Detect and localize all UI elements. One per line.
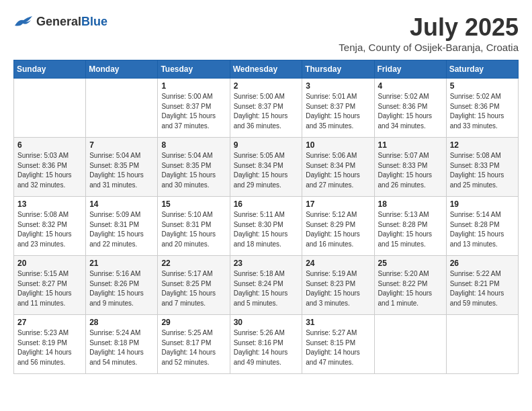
- calendar-cell: 5Sunrise: 5:02 AM Sunset: 8:36 PM Daylig…: [446, 79, 518, 138]
- day-info: Sunrise: 5:08 AM Sunset: 8:32 PM Dayligh…: [17, 210, 82, 249]
- day-info: Sunrise: 5:11 AM Sunset: 8:30 PM Dayligh…: [234, 210, 299, 249]
- day-info: Sunrise: 5:27 AM Sunset: 8:15 PM Dayligh…: [306, 328, 370, 367]
- day-number: 1: [161, 81, 226, 91]
- calendar-cell: 14Sunrise: 5:09 AM Sunset: 8:31 PM Dayli…: [86, 197, 158, 256]
- day-info: Sunrise: 5:04 AM Sunset: 8:35 PM Dayligh…: [89, 151, 154, 190]
- day-number: 24: [306, 259, 370, 268]
- day-info: Sunrise: 5:26 AM Sunset: 8:16 PM Dayligh…: [234, 328, 299, 367]
- calendar-cell: 6Sunrise: 5:03 AM Sunset: 8:36 PM Daylig…: [14, 138, 86, 197]
- calendar-cell: 30Sunrise: 5:26 AM Sunset: 8:16 PM Dayli…: [230, 315, 302, 374]
- day-info: Sunrise: 5:05 AM Sunset: 8:34 PM Dayligh…: [234, 151, 299, 190]
- calendar-cell: 9Sunrise: 5:05 AM Sunset: 8:34 PM Daylig…: [230, 138, 302, 197]
- calendar-cell: 10Sunrise: 5:06 AM Sunset: 8:34 PM Dayli…: [302, 138, 374, 197]
- calendar-cell: [374, 315, 446, 374]
- logo: GeneralBlue: [13, 13, 107, 30]
- day-header-saturday: Saturday: [446, 60, 518, 79]
- calendar-cell: 1Sunrise: 5:00 AM Sunset: 8:37 PM Daylig…: [158, 79, 230, 138]
- day-number: 10: [306, 140, 370, 150]
- day-number: 15: [161, 199, 226, 209]
- day-number: 29: [161, 318, 226, 327]
- calendar-cell: 13Sunrise: 5:08 AM Sunset: 8:32 PM Dayli…: [14, 197, 86, 256]
- day-info: Sunrise: 5:00 AM Sunset: 8:37 PM Dayligh…: [234, 92, 299, 131]
- calendar-cell: [446, 315, 518, 374]
- day-number: 8: [161, 140, 226, 150]
- day-info: Sunrise: 5:06 AM Sunset: 8:34 PM Dayligh…: [306, 151, 370, 190]
- day-number: 11: [378, 140, 443, 150]
- calendar-week-row: 6Sunrise: 5:03 AM Sunset: 8:36 PM Daylig…: [14, 138, 519, 197]
- day-number: 21: [89, 259, 154, 268]
- day-number: 3: [306, 81, 370, 91]
- day-number: 2: [234, 81, 299, 91]
- day-header-monday: Monday: [86, 60, 158, 79]
- calendar-header-row: SundayMondayTuesdayWednesdayThursdayFrid…: [14, 60, 519, 79]
- day-info: Sunrise: 5:25 AM Sunset: 8:17 PM Dayligh…: [161, 328, 226, 367]
- day-number: 18: [378, 199, 443, 209]
- location-subtitle: Tenja, County of Osijek-Baranja, Croatia: [339, 42, 519, 53]
- day-info: Sunrise: 5:16 AM Sunset: 8:26 PM Dayligh…: [89, 269, 154, 308]
- day-info: Sunrise: 5:09 AM Sunset: 8:31 PM Dayligh…: [89, 210, 154, 249]
- calendar-cell: 29Sunrise: 5:25 AM Sunset: 8:17 PM Dayli…: [158, 315, 230, 374]
- calendar-cell: 28Sunrise: 5:24 AM Sunset: 8:18 PM Dayli…: [86, 315, 158, 374]
- day-number: 6: [17, 140, 82, 150]
- logo-general-text: General: [36, 15, 81, 28]
- calendar-cell: [14, 79, 86, 138]
- logo-blue-text: Blue: [81, 15, 107, 28]
- day-info: Sunrise: 5:20 AM Sunset: 8:22 PM Dayligh…: [378, 269, 443, 308]
- day-number: 9: [234, 140, 299, 150]
- calendar-cell: 27Sunrise: 5:23 AM Sunset: 8:19 PM Dayli…: [14, 315, 86, 374]
- day-info: Sunrise: 5:19 AM Sunset: 8:23 PM Dayligh…: [306, 269, 370, 308]
- day-header-friday: Friday: [374, 60, 446, 79]
- day-info: Sunrise: 5:24 AM Sunset: 8:18 PM Dayligh…: [89, 328, 154, 367]
- day-number: 5: [450, 81, 515, 91]
- day-info: Sunrise: 5:02 AM Sunset: 8:36 PM Dayligh…: [378, 92, 443, 131]
- title-area: July 2025 Tenja, County of Osijek-Baranj…: [339, 13, 519, 53]
- day-info: Sunrise: 5:00 AM Sunset: 8:37 PM Dayligh…: [161, 92, 226, 131]
- calendar-cell: 4Sunrise: 5:02 AM Sunset: 8:36 PM Daylig…: [374, 79, 446, 138]
- calendar-cell: [86, 79, 158, 138]
- day-number: 12: [450, 140, 515, 150]
- day-number: 19: [450, 199, 515, 209]
- day-number: 4: [378, 81, 443, 91]
- calendar-cell: 3Sunrise: 5:01 AM Sunset: 8:37 PM Daylig…: [302, 79, 374, 138]
- calendar-cell: 23Sunrise: 5:18 AM Sunset: 8:24 PM Dayli…: [230, 256, 302, 315]
- calendar-cell: 26Sunrise: 5:22 AM Sunset: 8:21 PM Dayli…: [446, 256, 518, 315]
- day-number: 20: [17, 259, 82, 268]
- calendar-cell: 12Sunrise: 5:08 AM Sunset: 8:33 PM Dayli…: [446, 138, 518, 197]
- day-info: Sunrise: 5:02 AM Sunset: 8:36 PM Dayligh…: [450, 92, 515, 131]
- day-header-tuesday: Tuesday: [158, 60, 230, 79]
- day-info: Sunrise: 5:15 AM Sunset: 8:27 PM Dayligh…: [17, 269, 82, 308]
- day-info: Sunrise: 5:18 AM Sunset: 8:24 PM Dayligh…: [234, 269, 299, 308]
- calendar-cell: 24Sunrise: 5:19 AM Sunset: 8:23 PM Dayli…: [302, 256, 374, 315]
- calendar-cell: 7Sunrise: 5:04 AM Sunset: 8:35 PM Daylig…: [86, 138, 158, 197]
- day-header-thursday: Thursday: [302, 60, 374, 79]
- calendar-cell: 15Sunrise: 5:10 AM Sunset: 8:31 PM Dayli…: [158, 197, 230, 256]
- day-info: Sunrise: 5:04 AM Sunset: 8:35 PM Dayligh…: [161, 151, 226, 190]
- day-info: Sunrise: 5:14 AM Sunset: 8:28 PM Dayligh…: [450, 210, 515, 249]
- day-header-wednesday: Wednesday: [230, 60, 302, 79]
- calendar-table: SundayMondayTuesdayWednesdayThursdayFrid…: [13, 60, 519, 374]
- day-info: Sunrise: 5:08 AM Sunset: 8:33 PM Dayligh…: [450, 151, 515, 190]
- day-number: 28: [89, 318, 154, 327]
- day-info: Sunrise: 5:17 AM Sunset: 8:25 PM Dayligh…: [161, 269, 226, 308]
- calendar-cell: 25Sunrise: 5:20 AM Sunset: 8:22 PM Dayli…: [374, 256, 446, 315]
- calendar-cell: 19Sunrise: 5:14 AM Sunset: 8:28 PM Dayli…: [446, 197, 518, 256]
- calendar-week-row: 20Sunrise: 5:15 AM Sunset: 8:27 PM Dayli…: [14, 256, 519, 315]
- calendar-week-row: 1Sunrise: 5:00 AM Sunset: 8:37 PM Daylig…: [14, 79, 519, 138]
- calendar-cell: 20Sunrise: 5:15 AM Sunset: 8:27 PM Dayli…: [14, 256, 86, 315]
- day-info: Sunrise: 5:23 AM Sunset: 8:19 PM Dayligh…: [17, 328, 82, 367]
- calendar-cell: 18Sunrise: 5:13 AM Sunset: 8:28 PM Dayli…: [374, 197, 446, 256]
- day-number: 25: [378, 259, 443, 268]
- day-number: 13: [17, 199, 82, 209]
- day-info: Sunrise: 5:13 AM Sunset: 8:28 PM Dayligh…: [378, 210, 443, 249]
- calendar-cell: 31Sunrise: 5:27 AM Sunset: 8:15 PM Dayli…: [302, 315, 374, 374]
- page-header: GeneralBlue July 2025 Tenja, County of O…: [13, 13, 519, 53]
- calendar-cell: 21Sunrise: 5:16 AM Sunset: 8:26 PM Dayli…: [86, 256, 158, 315]
- calendar-cell: 22Sunrise: 5:17 AM Sunset: 8:25 PM Dayli…: [158, 256, 230, 315]
- day-info: Sunrise: 5:03 AM Sunset: 8:36 PM Dayligh…: [17, 151, 82, 190]
- calendar-cell: 16Sunrise: 5:11 AM Sunset: 8:30 PM Dayli…: [230, 197, 302, 256]
- day-number: 14: [89, 199, 154, 209]
- day-number: 7: [89, 140, 154, 150]
- day-info: Sunrise: 5:07 AM Sunset: 8:33 PM Dayligh…: [378, 151, 443, 190]
- day-number: 23: [234, 259, 299, 268]
- calendar-cell: 17Sunrise: 5:12 AM Sunset: 8:29 PM Dayli…: [302, 197, 374, 256]
